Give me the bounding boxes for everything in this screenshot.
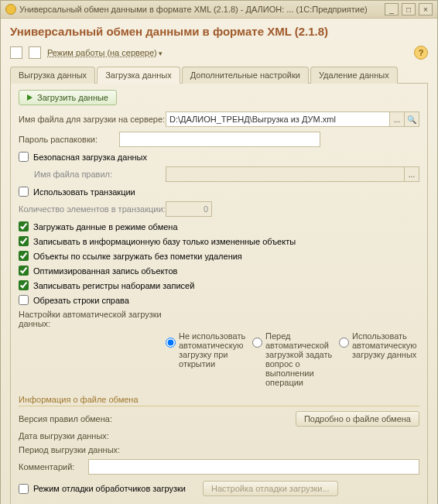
window-title: Универсальный обмен данными в формате XM… bbox=[19, 5, 382, 14]
tabs: Выгрузка данных Загрузка данных Дополнит… bbox=[10, 66, 428, 84]
maximize-button[interactable]: □ bbox=[402, 3, 416, 15]
close-button[interactable]: × bbox=[419, 3, 433, 15]
rules-version-label: Версия правил обмена: bbox=[19, 414, 166, 423]
cb-no-deletion-mark[interactable] bbox=[19, 251, 29, 261]
radio-use-autoload[interactable] bbox=[339, 338, 349, 348]
toolbar: Режим работы (на сервере)▾ ? bbox=[10, 46, 428, 60]
export-period-label: Период выгрузки данных: bbox=[19, 445, 166, 454]
autoload-label: Настройки автоматической загрузки данных… bbox=[19, 310, 166, 328]
use-transactions-checkbox[interactable] bbox=[19, 187, 29, 197]
cb-trim-right-label: Обрезать строки справа bbox=[33, 296, 129, 305]
cb-trim-right[interactable] bbox=[19, 295, 29, 305]
comment-label: Комментарий: bbox=[19, 462, 88, 471]
file-details-button[interactable]: Подробно о файле обмена bbox=[296, 411, 419, 427]
cb-changed-only-label: Записывать в информационную базу только … bbox=[33, 237, 296, 246]
cb-no-deletion-mark-label: Объекты по ссылке загружать без пометки … bbox=[33, 252, 242, 261]
load-data-button[interactable]: Загрузить данные bbox=[19, 90, 117, 105]
toolbar-icon-2[interactable] bbox=[29, 46, 41, 59]
rules-file-input bbox=[166, 166, 405, 182]
tab-body-import: Загрузить данные Имя файла для загрузки … bbox=[10, 84, 428, 504]
tab-delete[interactable]: Удаление данных bbox=[310, 67, 398, 84]
filename-input[interactable] bbox=[166, 111, 390, 127]
cb-optimized-write-label: Оптимизированная запись объектов bbox=[33, 266, 177, 276]
app-icon bbox=[5, 4, 16, 15]
debug-mode-label: Режим отладки обработчиков загрузки bbox=[33, 484, 186, 493]
safe-load-checkbox[interactable] bbox=[19, 152, 29, 162]
use-transactions-label: Использовать транзакции bbox=[33, 187, 135, 197]
radio-no-autoload[interactable] bbox=[166, 338, 176, 348]
radio-ask-autoload-label: Перед автоматической загрузкой задать во… bbox=[265, 331, 333, 387]
debug-mode-checkbox[interactable] bbox=[19, 484, 29, 494]
cb-register-sets[interactable] bbox=[19, 280, 29, 290]
work-mode-dropdown[interactable]: Режим работы (на сервере)▾ bbox=[47, 48, 163, 57]
radio-ask-autoload[interactable] bbox=[252, 338, 262, 348]
chevron-down-icon: ▾ bbox=[159, 50, 163, 57]
minimize-button[interactable]: _ bbox=[385, 3, 399, 15]
toolbar-icon-1[interactable] bbox=[10, 46, 22, 59]
radio-use-autoload-label: Использовать автоматическую загрузку дан… bbox=[352, 331, 419, 359]
file-info-legend: Информация о файле обмена bbox=[19, 395, 419, 406]
tab-extra[interactable]: Дополнительные настройки bbox=[182, 67, 309, 84]
export-date-label: Дата выгрузки данных: bbox=[19, 431, 166, 441]
tx-count-label: Количество элементов в транзакции: bbox=[19, 204, 166, 214]
rules-file-label: Имя файла правил: bbox=[34, 170, 166, 179]
load-data-label: Загрузить данные bbox=[37, 93, 108, 102]
password-label: Пароль распаковки: bbox=[19, 135, 119, 144]
debug-settings-button[interactable]: Настройка отладки загрузки... bbox=[203, 481, 338, 496]
cb-exchange-mode[interactable] bbox=[19, 221, 29, 231]
help-button[interactable]: ? bbox=[414, 46, 428, 60]
tx-count-input bbox=[166, 201, 212, 217]
filename-search-button[interactable]: 🔍 bbox=[404, 111, 419, 127]
tab-import[interactable]: Загрузка данных bbox=[97, 67, 180, 84]
tab-export[interactable]: Выгрузка данных bbox=[10, 67, 95, 84]
play-icon bbox=[27, 94, 33, 101]
page-title: Универсальный обмен данными в формате XM… bbox=[10, 25, 428, 38]
titlebar: Универсальный обмен данными в формате XM… bbox=[1, 1, 437, 19]
filename-label: Имя файла для загрузки на сервере: bbox=[19, 115, 166, 124]
cb-changed-only[interactable] bbox=[19, 236, 29, 246]
cb-exchange-mode-label: Загружать данные в режиме обмена bbox=[33, 222, 178, 231]
cb-optimized-write[interactable] bbox=[19, 266, 29, 276]
filename-browse-button[interactable]: ... bbox=[389, 111, 405, 127]
cb-register-sets-label: Записывать регистры наборами записей bbox=[33, 281, 194, 290]
radio-no-autoload-label: Не использовать автоматическую загрузку … bbox=[179, 331, 246, 369]
rules-browse-button[interactable]: ... bbox=[404, 166, 419, 182]
comment-input[interactable] bbox=[88, 459, 419, 475]
password-input[interactable] bbox=[119, 132, 320, 147]
safe-load-label: Безопасная загрузка данных bbox=[33, 153, 147, 162]
